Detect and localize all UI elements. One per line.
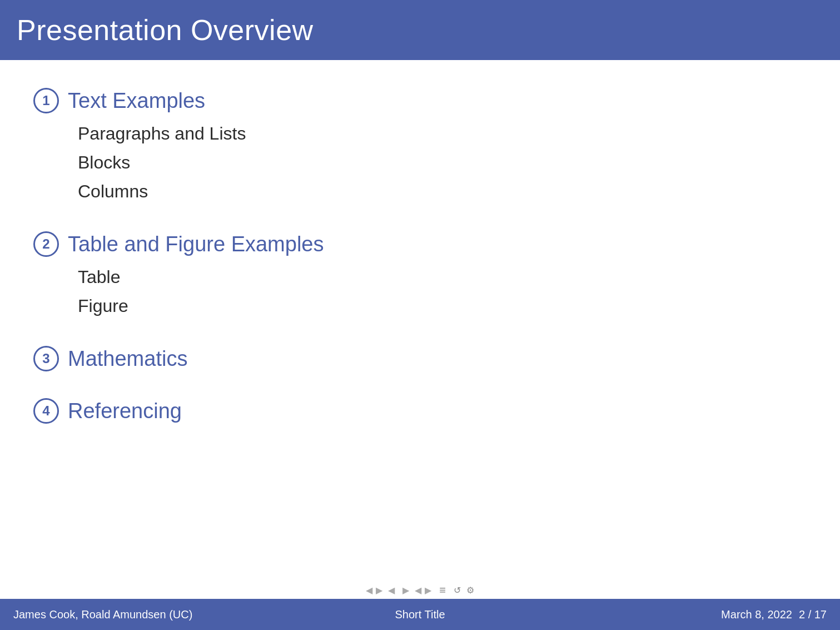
section-item-2: 2 Table and Figure Examples Table Figure: [33, 231, 807, 319]
footer-short-title: Short Title: [395, 608, 445, 621]
footer-page: 2 / 17: [799, 608, 827, 621]
section-number-1: 1: [33, 88, 59, 113]
page-title: Presentation Overview: [17, 13, 314, 47]
sub-item-1-1: Paragraphs and Lists: [78, 120, 807, 147]
section-item-4: 4 Referencing: [33, 398, 807, 424]
nav-arrows: ◀ ▶ ◀ ▶ ◀ ▶ ≡ ↺ ⚙: [366, 584, 474, 597]
sub-items-2: Table Figure: [33, 264, 807, 319]
header-bar: Presentation Overview: [0, 0, 840, 60]
nav-prev-section[interactable]: ◀: [415, 585, 421, 596]
nav-loop-icon[interactable]: ↺: [454, 585, 461, 596]
nav-next-section[interactable]: ▶: [425, 585, 431, 596]
nav-menu-icon[interactable]: ▶: [402, 585, 409, 596]
section-title-4: Referencing: [68, 399, 182, 423]
nav-toc-icon[interactable]: ≡: [439, 584, 446, 597]
section-title-3: Mathematics: [68, 347, 187, 371]
nav-left-arrow[interactable]: ◀: [366, 585, 372, 596]
nav-bookmark-icon[interactable]: ◀: [388, 585, 395, 596]
nav-right-arrow[interactable]: ▶: [376, 585, 382, 596]
section-item-1: 1 Text Examples Paragraphs and Lists Blo…: [33, 88, 807, 205]
section-item-3: 3 Mathematics: [33, 346, 807, 371]
sub-item-2-1: Table: [78, 264, 807, 290]
sub-item-2-2: Figure: [78, 292, 807, 319]
footer-date: March 8, 2022: [721, 608, 792, 621]
footer-bar: James Cook, Roald Amundsen (UC) Short Ti…: [0, 599, 840, 630]
sub-items-1: Paragraphs and Lists Blocks Columns: [33, 120, 807, 205]
section-heading-1: 1 Text Examples: [33, 88, 807, 113]
section-title-1: Text Examples: [68, 89, 205, 113]
section-heading-4: 4 Referencing: [33, 398, 807, 424]
sub-item-1-2: Blocks: [78, 149, 807, 176]
footer-right: March 8, 2022 2 / 17: [721, 608, 827, 621]
section-number-4: 4: [33, 398, 59, 424]
footer-authors: James Cook, Roald Amundsen (UC): [13, 608, 192, 621]
section-number-3: 3: [33, 346, 59, 371]
section-title-2: Table and Figure Examples: [68, 232, 324, 256]
section-number-2: 2: [33, 231, 59, 257]
section-heading-2: 2 Table and Figure Examples: [33, 231, 807, 257]
nav-settings-icon[interactable]: ⚙: [466, 585, 474, 596]
section-heading-3: 3 Mathematics: [33, 346, 807, 371]
sub-item-1-3: Columns: [78, 178, 807, 205]
main-content: 1 Text Examples Paragraphs and Lists Blo…: [0, 60, 840, 424]
